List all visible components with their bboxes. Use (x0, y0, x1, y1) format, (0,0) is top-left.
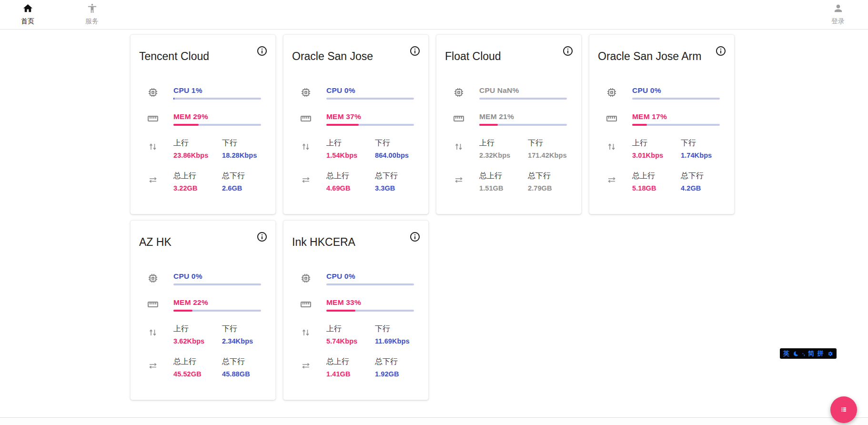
up-down-arrows-icon (300, 141, 312, 154)
cpu-chip-icon (453, 87, 464, 100)
speed-row: 上行 2.32Kbps 下行 171.42Kbps (444, 138, 574, 159)
memory-ruler-icon (453, 113, 464, 126)
ime-language-button[interactable]: 英 (783, 348, 789, 359)
mem-row: MEM 37% (291, 112, 421, 126)
card-grid: Tencent Cloud CPU 1% MEM 29% (130, 34, 742, 400)
mem-progress-fill (479, 124, 498, 126)
total-upload-value: 5.18GB (632, 184, 681, 192)
up-down-arrows-icon (453, 141, 464, 154)
info-icon[interactable] (256, 45, 268, 57)
upload-value: 1.54Kbps (326, 152, 375, 159)
swap-arrows-icon (606, 174, 617, 187)
memory-ruler-icon (300, 299, 312, 312)
mem-usage-label: MEM 37% (326, 112, 414, 121)
ime-pinyin-button[interactable]: 拼 (818, 348, 824, 359)
memory-ruler-icon (147, 299, 159, 312)
total-upload-value: 1.41GB (326, 370, 375, 378)
mem-row: MEM 29% (138, 112, 268, 126)
nav-home-label: 首页 (21, 17, 34, 26)
nav-login-label: 登录 (831, 17, 845, 26)
app-bar: 首页 服务 登录 (0, 0, 868, 30)
server-card: Oracle San Jose Arm CPU 0% MEM 17% (589, 34, 735, 214)
ime-punctuation-button[interactable]: ·, (802, 348, 805, 359)
mem-usage-label: MEM 29% (173, 112, 261, 121)
speed-row: 上行 5.74Kbps 下行 11.69Kbps (291, 324, 421, 345)
info-icon[interactable] (409, 45, 421, 57)
list-icon (838, 404, 849, 416)
download-value: 2.34Kbps (222, 337, 271, 345)
mem-progress-fill (632, 124, 647, 126)
upload-value: 2.32Kbps (479, 152, 528, 159)
ime-toolbar: 英 ·, 简 拼 (780, 348, 837, 359)
info-icon[interactable] (562, 45, 574, 57)
server-list-fab[interactable] (830, 396, 857, 423)
cpu-chip-icon (606, 87, 617, 100)
mem-progress-fill (173, 310, 192, 312)
info-icon[interactable] (715, 45, 727, 57)
mem-progress-bar (173, 310, 261, 312)
cpu-chip-icon (300, 273, 312, 286)
mem-usage-label: MEM 17% (632, 112, 720, 121)
info-icon[interactable] (256, 231, 268, 243)
nav-item-services[interactable]: 服务 (78, 3, 106, 26)
total-row: 总上行 45.52GB 总下行 45.88GB (138, 357, 268, 378)
total-download-value: 2.6GB (222, 184, 271, 192)
speed-row: 上行 23.86Kbps 下行 18.28Kbps (138, 138, 268, 159)
nav-item-login[interactable]: 登录 (824, 3, 852, 26)
total-download-label: 总下行 (222, 171, 271, 181)
cpu-progress-bar (173, 98, 261, 100)
download-label: 下行 (681, 138, 729, 148)
cpu-row: CPU 0% (291, 86, 421, 100)
up-down-arrows-icon (147, 327, 159, 340)
cpu-chip-icon (147, 87, 159, 100)
cpu-progress-bar (173, 283, 261, 285)
mem-progress-bar (326, 310, 414, 312)
swap-arrows-icon (300, 360, 312, 373)
swap-arrows-icon (300, 174, 312, 187)
ime-simplified-button[interactable]: 简 (808, 348, 814, 359)
info-icon[interactable] (409, 231, 421, 243)
mem-usage-label: MEM 21% (479, 112, 567, 121)
mem-usage-label: MEM 22% (173, 298, 261, 307)
server-card: Oracle San Jose CPU 0% MEM 37% (283, 34, 429, 214)
swap-arrows-icon (453, 174, 464, 187)
cpu-usage-label: CPU 0% (326, 86, 414, 95)
total-upload-value: 45.52GB (173, 370, 222, 378)
mem-progress-bar (326, 124, 414, 126)
server-card: Float Cloud CPU NaN% MEM 21% (436, 34, 582, 214)
mem-usage-label: MEM 33% (326, 298, 414, 307)
swap-arrows-icon (147, 360, 159, 373)
server-name: Float Cloud (445, 50, 574, 63)
total-upload-label: 总上行 (479, 171, 528, 181)
ime-settings-gear-icon[interactable] (827, 351, 833, 357)
home-icon (22, 3, 33, 16)
total-download-label: 总下行 (375, 171, 424, 181)
mem-progress-bar (632, 124, 720, 126)
nav-item-home[interactable]: 首页 (13, 3, 42, 26)
nav-services-label: 服务 (85, 17, 99, 26)
upload-value: 23.86Kbps (173, 152, 222, 159)
download-label: 下行 (222, 138, 271, 148)
mem-progress-bar (173, 124, 261, 126)
total-upload-label: 总上行 (632, 171, 681, 181)
total-upload-value: 3.22GB (173, 184, 222, 192)
total-upload-label: 总上行 (326, 357, 375, 367)
up-down-arrows-icon (147, 141, 159, 154)
server-name: Ink HKCERA (292, 236, 421, 249)
upload-label: 上行 (173, 138, 222, 148)
download-value: 864.00bps (375, 152, 424, 159)
download-value: 171.42Kbps (528, 152, 576, 159)
upload-label: 上行 (173, 324, 222, 334)
total-row: 总上行 3.22GB 总下行 2.6GB (138, 171, 268, 192)
mem-row: MEM 22% (138, 298, 268, 312)
server-name: Oracle San Jose Arm (598, 50, 727, 63)
download-value: 1.74Kbps (681, 152, 729, 159)
speed-row: 上行 3.01Kbps 下行 1.74Kbps (597, 138, 727, 159)
upload-label: 上行 (479, 138, 528, 148)
ime-halfwidth-moon-icon[interactable] (793, 351, 799, 357)
cpu-row: CPU NaN% (444, 86, 574, 100)
cpu-progress-bar (326, 283, 414, 285)
total-upload-label: 总上行 (326, 171, 375, 181)
total-download-label: 总下行 (528, 171, 576, 181)
cpu-usage-label: CPU 0% (173, 272, 261, 281)
